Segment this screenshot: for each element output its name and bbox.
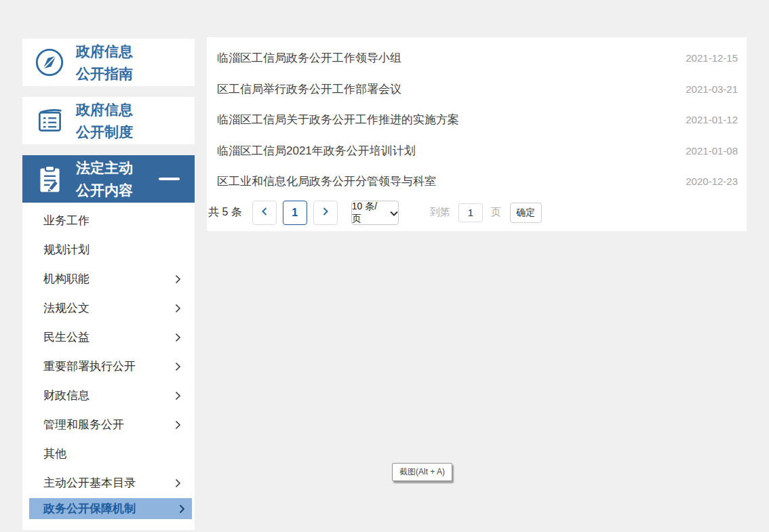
article-date: 2021-12-15 xyxy=(686,52,738,64)
sidebar-item-guide[interactable]: 政府信息 公开指南 xyxy=(22,39,195,86)
menu-item-label: 其他 xyxy=(43,446,66,462)
sidebar: 政府信息 公开指南 政府信息 公开制度 xyxy=(22,39,195,530)
sidebar-item-system[interactable]: 政府信息 公开制度 xyxy=(22,97,195,144)
menu-item-label: 民生公益 xyxy=(43,329,90,345)
sidebar-menu-item-9[interactable]: 其他 xyxy=(22,439,195,468)
chevron-right-icon xyxy=(175,304,181,313)
article-link[interactable]: 临淄区工信局关于政务公开工作推进的实施方案 xyxy=(217,112,459,127)
sidebar-menu: 业务工作 规划计划 机构职能 法规公文 民生公益 重要部署执行公开 xyxy=(22,203,195,530)
menu-item-label: 法规公文 xyxy=(43,300,90,316)
sidebar-menu-item-10[interactable]: 主动公开基本目录 xyxy=(22,468,195,497)
sidebar-item-system-label: 政府信息 公开制度 xyxy=(76,98,133,143)
article-link[interactable]: 区工信局举行政务公开工作部署会议 xyxy=(217,81,401,97)
sidebar-menu-item-3[interactable]: 机构职能 xyxy=(22,264,195,293)
goto-prefix-label: 到第 xyxy=(430,206,450,219)
article-row-4[interactable]: 临淄区工信局2021年政务公开培训计划 2021-01-08 xyxy=(207,136,747,167)
sidebar-item-statutory-disclosure[interactable]: 法定主动 公开内容 xyxy=(22,155,195,203)
sidebar-menu-item-5[interactable]: 民生公益 xyxy=(22,323,195,352)
page-size-value: 10 条/页 xyxy=(352,201,386,225)
content-panel: 临淄区工信局政务公开工作领导小组 2021-12-15 区工信局举行政务公开工作… xyxy=(207,37,747,231)
chevron-down-icon xyxy=(390,207,398,218)
pagination: 共 5 条 1 10 条/页 到第 页 确定 xyxy=(207,201,747,225)
article-link[interactable]: 临淄区工信局2021年政务公开培训计划 xyxy=(217,143,416,159)
chevron-left-icon xyxy=(260,207,269,218)
menu-item-label: 主动公开基本目录 xyxy=(43,475,136,491)
chevron-right-icon xyxy=(179,504,185,514)
menu-item-label: 机构职能 xyxy=(43,271,90,287)
screenshot-tooltip: 截图(Alt + A) xyxy=(392,463,452,481)
article-date: 2021-01-12 xyxy=(686,114,738,125)
chevron-right-icon xyxy=(175,274,181,284)
article-row-5[interactable]: 区工业和信息化局政务公开分管领导与科室 2020-12-23 xyxy=(207,166,747,197)
page-size-select[interactable]: 10 条/页 xyxy=(351,201,399,225)
total-count-label: 共 5 条 xyxy=(208,205,242,220)
menu-item-label: 业务工作 xyxy=(43,213,90,228)
article-date: 2021-03-21 xyxy=(686,83,738,95)
sidebar-menu-item-7[interactable]: 财政信息 xyxy=(22,381,195,410)
sidebar-menu-item-6[interactable]: 重要部署执行公开 xyxy=(22,352,195,381)
article-link[interactable]: 区工业和信息化局政务公开分管领导与科室 xyxy=(217,173,436,189)
sidebar-item-statutory-disclosure-label: 法定主动 公开内容 xyxy=(76,157,133,201)
article-row-3[interactable]: 临淄区工信局关于政务公开工作推进的实施方案 2021-01-12 xyxy=(207,104,747,136)
article-row-2[interactable]: 区工信局举行政务公开工作部署会议 2021-03-21 xyxy=(207,74,747,105)
article-link[interactable]: 临淄区工信局政务公开工作领导小组 xyxy=(217,50,401,66)
compass-icon xyxy=(34,47,65,78)
goto-page-input[interactable] xyxy=(458,203,483,222)
menu-item-label: 财政信息 xyxy=(43,388,90,403)
article-date: 2020-12-23 xyxy=(686,176,738,187)
chevron-right-icon xyxy=(175,478,181,488)
sidebar-menu-item-11[interactable]: 政务公开保障机制 xyxy=(29,498,192,519)
menu-item-label: 重要部署执行公开 xyxy=(43,359,136,374)
chevron-right-icon xyxy=(175,362,181,371)
article-row-1[interactable]: 临淄区工信局政务公开工作领导小组 2021-12-15 xyxy=(207,43,747,74)
next-page-button[interactable] xyxy=(313,201,338,225)
goto-suffix-label: 页 xyxy=(491,206,501,219)
article-date: 2021-01-08 xyxy=(686,145,738,157)
chevron-right-icon xyxy=(175,420,181,430)
chevron-right-icon xyxy=(321,207,330,218)
sidebar-menu-item-4[interactable]: 法规公文 xyxy=(22,293,195,323)
confirm-button[interactable]: 确定 xyxy=(510,203,542,223)
sidebar-item-guide-label: 政府信息 公开指南 xyxy=(76,40,133,85)
menu-item-label: 管理和服务公开 xyxy=(43,417,124,432)
minus-icon[interactable] xyxy=(159,178,180,180)
menu-item-label: 政务公开保障机制 xyxy=(43,501,136,516)
sidebar-menu-item-1[interactable]: 业务工作 xyxy=(22,206,195,235)
chevron-right-icon xyxy=(175,333,181,342)
clipboard-pencil-icon xyxy=(34,163,65,195)
current-page-button[interactable]: 1 xyxy=(283,201,307,225)
book-icon xyxy=(34,105,65,136)
sidebar-menu-item-8[interactable]: 管理和服务公开 xyxy=(22,410,195,439)
prev-page-button[interactable] xyxy=(252,201,277,225)
sidebar-menu-item-2[interactable]: 规划计划 xyxy=(22,235,195,264)
menu-item-label: 规划计划 xyxy=(43,242,90,258)
chevron-right-icon xyxy=(175,391,181,401)
